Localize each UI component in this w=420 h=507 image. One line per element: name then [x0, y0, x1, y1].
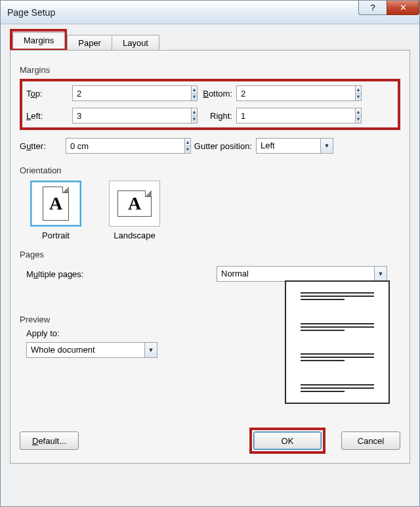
top-spinner[interactable]: ▲▼ — [72, 85, 150, 101]
highlight-margins-tab: Margins — [10, 29, 67, 51]
right-spinner[interactable]: ▲▼ — [236, 108, 314, 123]
orientation-landscape[interactable]: A Landscape — [105, 181, 164, 240]
multiple-pages-combo[interactable]: Normal ▼ — [217, 266, 387, 282]
portrait-preview: A — [30, 181, 81, 227]
tab-panel: Margins Top: ▲▼ Bottom: ▲▼ Left: — [10, 50, 410, 464]
close-button[interactable]: ✕ — [387, 1, 419, 15]
multiple-pages-value: Normal — [217, 266, 374, 282]
top-label: Top: — [26, 89, 72, 99]
left-label: Left: — [26, 111, 72, 121]
window-title: Page Setup — [7, 7, 55, 18]
multiple-pages-label: Multiple pages: — [20, 269, 217, 279]
chevron-down-icon[interactable]: ▼ — [320, 138, 333, 154]
tab-paper[interactable]: Paper — [67, 35, 112, 51]
tab-layout[interactable]: Layout — [112, 35, 159, 51]
apply-to-combo[interactable]: Whole document ▼ — [26, 342, 158, 358]
top-input[interactable] — [72, 85, 191, 101]
bottom-spin-buttons[interactable]: ▲▼ — [355, 85, 362, 101]
spin-down-icon[interactable]: ▼ — [356, 116, 361, 123]
page-setup-dialog: Page Setup ? ✕ Margins Paper Layout Marg… — [0, 0, 420, 507]
portrait-page-icon: A — [43, 187, 69, 221]
gutter-label: Gutter: — [20, 141, 66, 151]
close-icon: ✕ — [400, 3, 407, 12]
landscape-preview: A — [109, 181, 160, 227]
gutter-spinner[interactable]: ▲▼ — [66, 138, 143, 154]
landscape-page-icon: A — [117, 190, 152, 217]
tab-margins[interactable]: Margins — [12, 32, 65, 49]
gutter-pos-value: Left — [256, 138, 320, 154]
chevron-down-icon[interactable]: ▼ — [374, 266, 387, 282]
apply-to-value: Whole document — [26, 342, 144, 358]
spin-up-icon[interactable]: ▲ — [356, 108, 361, 116]
margins-group-label: Margins — [20, 65, 400, 75]
chevron-down-icon[interactable]: ▼ — [144, 342, 158, 358]
pages-group-label: Pages — [20, 250, 400, 259]
highlight-margins-inputs: Top: ▲▼ Bottom: ▲▼ Left: ▲▼ — [20, 79, 400, 130]
highlight-ok-button: OK — [249, 428, 326, 454]
spin-up-icon[interactable]: ▲ — [356, 86, 361, 94]
orientation-portrait[interactable]: A Portrait — [26, 181, 85, 240]
left-input[interactable] — [72, 108, 191, 123]
gutter-input[interactable] — [66, 138, 184, 154]
right-input[interactable] — [236, 108, 355, 123]
bottom-label: Bottom: — [177, 89, 236, 99]
ok-button[interactable]: OK — [253, 431, 322, 450]
default-button[interactable]: Default... — [20, 431, 79, 450]
gutter-pos-combo[interactable]: Left ▼ — [256, 138, 333, 154]
help-icon: ? — [370, 3, 375, 12]
portrait-label: Portrait — [26, 231, 85, 240]
right-label: Right: — [177, 111, 236, 121]
left-spinner[interactable]: ▲▼ — [72, 108, 150, 123]
landscape-label: Landscape — [105, 231, 164, 240]
bottom-input[interactable] — [236, 85, 355, 101]
spin-down-icon[interactable]: ▼ — [356, 94, 361, 101]
right-spin-buttons[interactable]: ▲▼ — [355, 108, 362, 123]
tab-strip: Margins Paper Layout — [10, 32, 410, 51]
preview-page-icon — [285, 280, 390, 404]
orientation-group-label: Orientation — [20, 165, 400, 175]
titlebar[interactable]: Page Setup ? ✕ — [1, 1, 419, 24]
bottom-spinner[interactable]: ▲▼ — [236, 85, 314, 101]
help-button[interactable]: ? — [358, 1, 387, 15]
cancel-button[interactable]: Cancel — [341, 431, 400, 450]
gutter-pos-label: Gutter position: — [171, 141, 256, 151]
